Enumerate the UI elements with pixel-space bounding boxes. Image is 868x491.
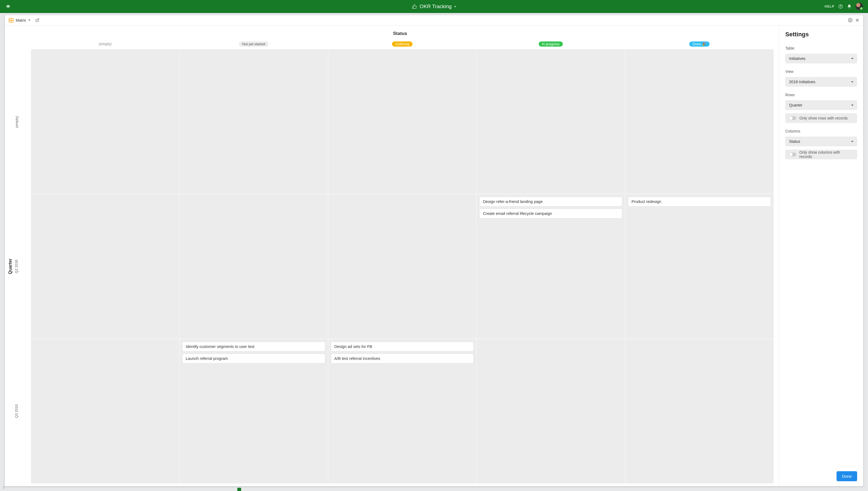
matrix-cell[interactable] [476, 339, 625, 484]
matrix-cell[interactable]: Identify customer segments to user testL… [179, 339, 328, 484]
done-button[interactable]: Done [837, 471, 857, 481]
bell-icon[interactable] [847, 4, 852, 9]
matrix-modal: Matrix Status (empty)Not yet startedOutl… [5, 15, 863, 486]
workspace-title[interactable]: OKR Tracking ▾ [412, 3, 456, 9]
svg-point-8 [849, 20, 851, 21]
column-header[interactable]: Outlining [328, 41, 477, 47]
column-headers: (empty)Not yet startedOutliningIn progre… [31, 40, 774, 48]
row-headers: (empty)Q2 2018Q3 2018 [13, 49, 20, 484]
matrix-cell[interactable] [328, 49, 477, 194]
record-card[interactable]: Identify customer segments to user test [182, 342, 325, 351]
record-card[interactable]: Launch referral program [182, 354, 325, 364]
toggle-icon [789, 152, 796, 156]
column-axis-label: Status [27, 28, 774, 40]
matrix-cell[interactable] [31, 339, 179, 484]
avatar[interactable] [856, 3, 863, 10]
row-header-label: Q2 2018 [15, 260, 19, 273]
columns-select[interactable]: Status [785, 137, 857, 146]
columns-filter-toggle[interactable]: Only show columns with records [785, 150, 857, 159]
row-header-label: (empty) [15, 116, 19, 127]
thumbs-up-icon [412, 4, 417, 9]
matrix-cell[interactable]: Product redesign [625, 194, 774, 339]
toggle-icon [789, 116, 796, 120]
settings-view-label: View [785, 69, 857, 74]
gear-icon[interactable] [848, 18, 852, 23]
columns-select-value: Status [789, 139, 800, 144]
workspace-title-text: OKR Tracking [419, 3, 452, 9]
column-header[interactable]: In progress [477, 41, 625, 47]
rows-filter-toggle[interactable]: Only show rows with records [785, 113, 857, 123]
matrix-cell[interactable] [31, 194, 179, 339]
matrix-area: Status (empty)Not yet startedOutliningIn… [5, 26, 779, 486]
settings-rows-label: Rows [785, 93, 857, 97]
table-select[interactable]: Initiatives [785, 54, 857, 63]
share-icon[interactable] [35, 18, 39, 22]
record-card[interactable]: Design refer-a-friend landing page [479, 197, 622, 206]
matrix-icon [9, 18, 13, 23]
help-icon[interactable] [838, 4, 843, 9]
matrix-cell[interactable]: Design ad sets for FBA/B test referral i… [328, 339, 477, 484]
row-header-label: Q3 2018 [15, 404, 19, 418]
background-accent [237, 488, 241, 491]
row-header[interactable]: Q2 2018 [13, 194, 20, 339]
settings-table-label: Table [785, 46, 857, 50]
column-header-label: (empty) [99, 42, 111, 46]
column-header[interactable]: Done 🎉 [625, 41, 774, 47]
chevron-down-icon [851, 141, 853, 142]
svg-line-7 [37, 19, 39, 21]
chevron-down-icon: ▾ [454, 5, 456, 8]
view-type-label[interactable]: Matrix [16, 18, 26, 23]
chevron-down-icon [851, 81, 853, 83]
background-row-number: 7 [3, 486, 5, 490]
row-axis-label: Quarter [8, 259, 13, 274]
help-link[interactable]: HELP [824, 5, 834, 8]
chevron-down-icon [851, 105, 853, 106]
settings-title: Settings [785, 31, 857, 38]
record-card[interactable]: Design ad sets for FB [331, 342, 474, 351]
chevron-down-icon[interactable] [28, 20, 30, 21]
row-axis-label-wrap: Quarter [8, 49, 13, 484]
matrix-cell[interactable] [328, 194, 477, 339]
column-header[interactable]: (empty) [31, 42, 180, 46]
matrix-row: Identify customer segments to user testL… [31, 339, 774, 484]
status-pill: In progress [539, 41, 563, 47]
row-header[interactable]: Q3 2018 [13, 339, 20, 484]
record-card[interactable]: A/B test referral incentives [331, 354, 474, 364]
settings-panel: Settings Table Initiatives View 2018 Ini… [779, 26, 863, 486]
columns-filter-toggle-label: Only show columns with records [799, 150, 853, 159]
column-header[interactable]: Not yet started [180, 41, 328, 47]
app-logo-icon [5, 3, 11, 10]
matrix-cell[interactable] [179, 194, 328, 339]
matrix-cell[interactable] [476, 49, 625, 194]
row-header[interactable]: (empty) [13, 49, 20, 194]
status-pill: Outlining [392, 41, 412, 47]
svg-point-3 [840, 7, 841, 8]
status-pill: Done 🎉 [689, 41, 710, 47]
matrix-row: Design refer-a-friend landing pageCreate… [31, 194, 774, 339]
matrix-cell[interactable] [31, 49, 179, 194]
app-topbar: OKR Tracking ▾ HELP [0, 0, 868, 13]
rows-filter-toggle-label: Only show rows with records [799, 116, 848, 120]
chevron-down-icon [851, 58, 853, 59]
matrix-cell[interactable]: Design refer-a-friend landing pageCreate… [476, 194, 625, 339]
record-card[interactable]: Create email referral lifecycle campaign [479, 209, 622, 219]
matrix-cell[interactable] [625, 49, 774, 194]
view-select[interactable]: 2018 Initiatives [785, 77, 857, 87]
matrix-cell[interactable] [179, 49, 328, 194]
close-icon[interactable] [855, 18, 859, 22]
status-pill: Not yet started [239, 41, 269, 47]
table-select-value: Initiatives [789, 56, 805, 61]
view-select-value: 2018 Initiatives [789, 80, 815, 84]
matrix-cell[interactable] [625, 339, 774, 484]
record-card[interactable]: Product redesign [628, 197, 771, 206]
matrix-grid: Design refer-a-friend landing pageCreate… [31, 49, 774, 484]
modal-header: Matrix [5, 15, 863, 26]
rows-select-value: Quarter [789, 103, 802, 107]
settings-columns-label: Columns [785, 129, 857, 133]
rows-select[interactable]: Quarter [785, 100, 857, 110]
matrix-row [31, 49, 774, 194]
